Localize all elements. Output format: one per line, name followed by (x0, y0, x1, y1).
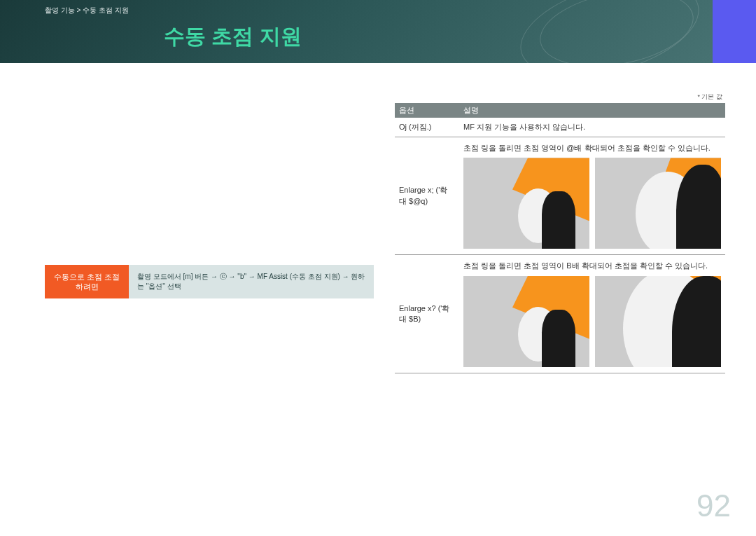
thumb-1a (463, 158, 589, 249)
content-area: 수동으로 초점을 조절할 때, 피사체의 초점을 쉽게 잡을 수 있도록 도와주… (0, 63, 756, 373)
right-column: * 기본 값 옵션 설명 Oj (꺼짐.) MF 지원 기능을 사용하지 않습니… (395, 91, 725, 373)
thumb-2b (595, 276, 721, 367)
image-pair-1 (463, 158, 721, 249)
enlarge1-text: 초점 링을 돌리면 초점 영역이 @배 확대되어 초점을 확인할 수 있습니다. (463, 143, 721, 153)
cell-enlarge2-desc: 초점 링을 돌리면 초점 영역이 B배 확대되어 초점을 확인할 수 있습니다. (459, 261, 725, 366)
thumb-2a (463, 276, 589, 367)
left-column: 수동으로 초점을 조절할 때, 피사체의 초점을 쉽게 잡을 수 있도록 도와주… (45, 91, 374, 373)
table-row-off: Oj (꺼짐.) MF 지원 기능을 사용하지 않습니다. (395, 118, 725, 137)
cell-off-value: MF 지원 기능을 사용하지 않습니다. (459, 122, 725, 132)
image-pair-2 (463, 276, 721, 367)
section2-text: 초점 링을 돌려 화면을 확대하면 피사체에 초점을 맞추기 쉽습니다. (45, 235, 374, 249)
cell-enlarge1-label: Enlarge x; ('확대 $@q) (395, 143, 459, 249)
header-decor (518, 0, 728, 63)
page-number: 92 (696, 488, 731, 523)
para-2: 수동 초점 모드에서 초점 링을 돌리면 화면이 자동으로 확대되어 초점을 보… (45, 117, 374, 171)
enlarge2-text: 초점 링을 돌리면 초점 영역이 B배 확대되어 초점을 확인할 수 있습니다. (463, 261, 721, 271)
header-accent (713, 0, 756, 63)
table-header: 옵션 설명 (395, 103, 725, 118)
section2-title: 수동으로 초점 조절하기 (45, 209, 374, 223)
thumb-1b (595, 158, 721, 249)
table-row-enlarge1: Enlarge x; ('확대 $@q) 초점 링을 돌리면 초점 영역이 @배… (395, 137, 725, 255)
note-box: 수동으로 초점 조절하려면 촬영 모드에서 [m] 버튼 → ⓒ → "b" →… (45, 265, 374, 299)
para-1: 수동으로 초점을 조절할 때, 피사체의 초점을 쉽게 잡을 수 있도록 도와주… (45, 91, 374, 104)
cell-enlarge1-desc: 초점 링을 돌리면 초점 영역이 @배 확대되어 초점을 확인할 수 있습니다. (459, 143, 725, 249)
table-row-enlarge2: Enlarge x? ('확대 $B) 초점 링을 돌리면 초점 영역이 B배 … (395, 255, 725, 373)
note-label: 수동으로 초점 조절하려면 (45, 265, 129, 299)
page-header: 촬영 기능 > 수동 초점 지원 수동 초점 지원 (0, 0, 756, 63)
note-content: 촬영 모드에서 [m] 버튼 → ⓒ → "b" → MF Assist (수동… (129, 265, 374, 299)
cell-enlarge2-label: Enlarge x? ('확대 $B) (395, 261, 459, 366)
para-3: 촬영 모드에서 [MENU] → ⓒ → MF 지원 → 원하는 모드 선택 (45, 184, 374, 197)
page-title: 수동 초점 지원 (164, 22, 302, 51)
breadcrumb: 촬영 기능 > 수동 초점 지원 (45, 6, 129, 15)
options-table: * 기본 값 옵션 설명 Oj (꺼짐.) MF 지원 기능을 사용하지 않습니… (395, 91, 725, 373)
th-option: 옵션 (395, 103, 459, 118)
th-desc: 설명 (459, 103, 725, 118)
cell-off-label: Oj (꺼짐.) (395, 122, 459, 132)
table-caption: * 기본 값 (395, 91, 725, 103)
